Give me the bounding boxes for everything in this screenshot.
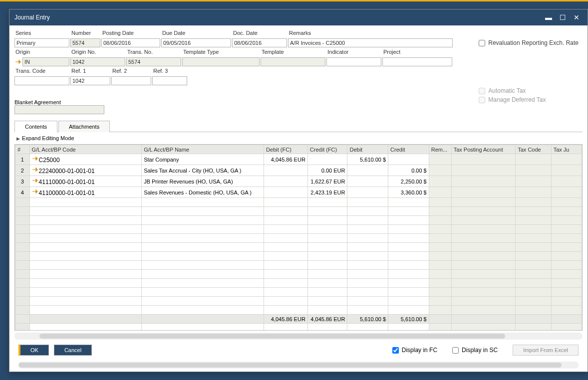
revaluation-checkbox[interactable]: Revaluation Reporting Exch. Rate — [479, 39, 579, 46]
journal-entry-window: Journal Entry ▬ ☐ ✕ SeriesNumberPosting … — [9, 9, 588, 372]
table-row[interactable] — [15, 216, 582, 225]
table-row[interactable] — [15, 225, 582, 234]
blanket-agreement-input[interactable] — [14, 105, 104, 114]
close-icon[interactable]: ✕ — [571, 12, 583, 22]
automatic-tax-checkbox[interactable]: Automatic Tax — [479, 87, 579, 94]
col-header[interactable]: Tax Code — [516, 145, 551, 154]
ok-button[interactable]: OK — [18, 345, 49, 356]
doc-date-input[interactable] — [232, 38, 287, 47]
trans-code-input[interactable] — [14, 76, 69, 85]
window-horizontal-scrollbar[interactable] — [18, 362, 579, 369]
minimize-icon[interactable]: ▬ — [543, 12, 555, 22]
tabs: Contents Attachments — [14, 120, 583, 132]
link-arrow-icon[interactable] — [32, 177, 39, 184]
table-row — [15, 324, 582, 331]
table-row[interactable] — [15, 243, 582, 252]
posting-date-input[interactable] — [101, 38, 160, 47]
series-input[interactable] — [14, 38, 69, 47]
table-row[interactable] — [15, 288, 582, 297]
template-type-input[interactable] — [182, 57, 260, 66]
table-row[interactable] — [15, 270, 582, 279]
col-header[interactable]: # — [15, 145, 30, 154]
template-input[interactable] — [261, 57, 325, 66]
grid-horizontal-scrollbar[interactable] — [14, 333, 583, 340]
col-header[interactable]: G/L Acct/BP Name — [142, 145, 264, 154]
journal-lines-grid[interactable]: #G/L Acct/BP CodeG/L Acct/BP NameDebit (… — [14, 144, 583, 331]
totals-row: 4,045.86 EUR4,045.86 EUR5,610.00 $5,610.… — [15, 315, 582, 324]
ref-3-input[interactable] — [152, 76, 187, 85]
titlebar: Journal Entry ▬ ☐ ✕ — [9, 9, 588, 25]
table-row[interactable] — [15, 279, 582, 288]
col-header[interactable]: Rem... — [429, 145, 451, 154]
col-header[interactable]: G/L Acct/BP Code — [29, 145, 142, 154]
manage-deferred-tax-checkbox[interactable]: Manage Deferred Tax — [479, 96, 579, 103]
table-row[interactable] — [15, 252, 582, 261]
link-arrow-icon[interactable] — [14, 57, 22, 66]
maximize-icon[interactable]: ☐ — [557, 12, 569, 22]
origin-input[interactable] — [22, 57, 69, 66]
table-row[interactable] — [15, 207, 582, 216]
tab-attachments[interactable]: Attachments — [58, 121, 110, 132]
display-in-fc-checkbox[interactable]: Display in FC — [392, 347, 437, 354]
col-header[interactable]: Tax Posting Account — [451, 145, 516, 154]
table-row[interactable] — [15, 261, 582, 270]
remarks-input[interactable] — [288, 38, 453, 47]
due-date-input[interactable] — [161, 38, 231, 47]
table-row[interactable]: 341110000-01-001-01JB Printer Revenues (… — [15, 176, 582, 187]
table-row[interactable] — [15, 234, 582, 243]
project-input[interactable] — [382, 57, 452, 66]
col-header[interactable]: Credit (FC) — [307, 145, 347, 154]
cancel-button[interactable]: Cancel — [54, 345, 92, 356]
col-header[interactable]: Credit — [388, 145, 429, 154]
footer: OK Cancel Display in FC Display in SC Im… — [14, 340, 583, 362]
expand-editing-mode[interactable]: Expand Editing Mode — [14, 132, 583, 144]
table-row[interactable] — [15, 297, 582, 306]
tab-contents[interactable]: Contents — [14, 121, 57, 132]
number-input[interactable] — [70, 38, 100, 47]
table-row[interactable]: 1C25000Star Company4,045.86 EUR5,610.00 … — [15, 154, 582, 165]
window-title: Journal Entry — [14, 14, 541, 21]
ref-1-input[interactable] — [70, 76, 110, 85]
col-header[interactable]: Debit (FC) — [264, 145, 308, 154]
indicator-input[interactable] — [326, 57, 381, 66]
table-row[interactable]: 441100000-01-001-01Sales Revenues - Dome… — [15, 187, 582, 198]
table-row[interactable] — [15, 306, 582, 315]
origin-no--input[interactable] — [70, 57, 125, 66]
import-from-excel-button[interactable]: Import From Excel — [513, 345, 579, 356]
col-header[interactable]: Tax Ju — [551, 145, 582, 154]
link-arrow-icon[interactable] — [32, 166, 39, 173]
link-arrow-icon[interactable] — [32, 155, 39, 162]
link-arrow-icon[interactable] — [32, 188, 39, 195]
display-in-sc-checkbox[interactable]: Display in SC — [452, 347, 498, 354]
table-row[interactable]: 222240000-01-001-01Sales Tax Accrual - C… — [15, 165, 582, 176]
trans-no--input[interactable] — [126, 57, 181, 66]
ref-2-input[interactable] — [111, 76, 151, 85]
table-row[interactable] — [15, 198, 582, 207]
col-header[interactable]: Debit — [347, 145, 388, 154]
